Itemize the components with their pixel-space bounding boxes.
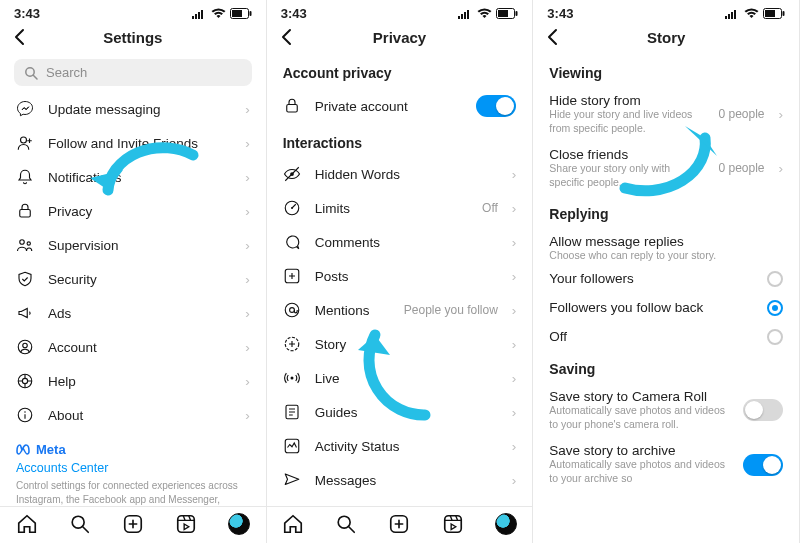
save-archive-toggle[interactable]: [743, 454, 783, 476]
avatar: [495, 513, 517, 535]
item-value: Off: [482, 201, 498, 215]
item-label: Hide story from: [549, 93, 641, 108]
privacy-item-guides[interactable]: Guides ›: [267, 395, 533, 429]
item-label: Activity Status: [315, 439, 498, 454]
settings-item-privacy[interactable]: Privacy ›: [0, 194, 266, 228]
search-input[interactable]: Search: [14, 59, 252, 86]
item-subtext: Hide your story and live videos from spe…: [549, 108, 704, 135]
tab-profile[interactable]: [228, 513, 250, 535]
chevron-right-icon: ›: [245, 374, 250, 389]
settings-item-follow-invite[interactable]: Follow and Invite Friends ›: [0, 126, 266, 160]
lock-icon: [283, 97, 301, 115]
status-time: 3:43: [281, 6, 307, 21]
battery-icon: [496, 8, 518, 19]
item-label: Messages: [315, 473, 498, 488]
tab-search[interactable]: [69, 513, 91, 535]
tab-search[interactable]: [335, 513, 357, 535]
svg-point-37: [289, 308, 294, 313]
tab-home[interactable]: [282, 513, 304, 535]
privacy-item-mentions[interactable]: Mentions People you follow ›: [267, 293, 533, 327]
item-subtext: Choose who can reply to your story.: [549, 249, 783, 263]
chevron-right-icon: ›: [245, 204, 250, 219]
header: Story: [533, 23, 799, 55]
meta-logo: Meta: [16, 442, 250, 457]
wifi-icon: [744, 8, 759, 19]
tab-reels[interactable]: [442, 513, 464, 535]
tab-create[interactable]: [388, 513, 410, 535]
svg-rect-3: [201, 10, 203, 19]
privacy-item-story[interactable]: Story ›: [267, 327, 533, 361]
chevron-right-icon: ›: [779, 107, 784, 122]
svg-point-12: [27, 242, 30, 245]
private-account-row[interactable]: Private account: [267, 87, 533, 125]
chevron-right-icon: ›: [512, 303, 517, 318]
radio-button[interactable]: [767, 329, 783, 345]
activity-icon: [283, 437, 301, 455]
settings-item-about[interactable]: About ›: [0, 398, 266, 432]
live-icon: [283, 369, 301, 387]
info-icon: [16, 406, 34, 424]
tab-home[interactable]: [16, 513, 38, 535]
option-label: Your followers: [549, 271, 753, 286]
status-bar: 3:43: [0, 0, 266, 23]
page-title: Settings: [0, 29, 266, 46]
settings-item-notifications[interactable]: Notifications ›: [0, 160, 266, 194]
reply-option-followers-you-follow[interactable]: Followers you follow back: [533, 293, 799, 322]
hide-story-row[interactable]: Hide story from Hide your story and live…: [533, 87, 799, 141]
radio-button[interactable]: [767, 271, 783, 287]
svg-line-8: [33, 75, 37, 79]
tab-profile[interactable]: [495, 513, 517, 535]
reply-option-your-followers[interactable]: Your followers: [533, 264, 799, 293]
accounts-center-link[interactable]: Accounts Center: [16, 457, 250, 475]
encryption-icon: [283, 505, 301, 506]
chevron-right-icon: ›: [245, 340, 250, 355]
shield-icon: [16, 270, 34, 288]
svg-point-39: [290, 377, 293, 380]
item-label: Ads: [48, 306, 231, 321]
save-archive-row[interactable]: Save story to archive Automatically save…: [533, 437, 799, 491]
tab-reels[interactable]: [175, 513, 197, 535]
privacy-item-posts[interactable]: Posts ›: [267, 259, 533, 293]
privacy-item-encryption[interactable]: End-to-end Encryption ›: [267, 497, 533, 506]
svg-rect-48: [728, 14, 730, 19]
svg-point-18: [24, 411, 26, 413]
privacy-item-limits[interactable]: Limits Off ›: [267, 191, 533, 225]
settings-item-ads[interactable]: Ads ›: [0, 296, 266, 330]
settings-item-help[interactable]: Help ›: [0, 364, 266, 398]
battery-icon: [230, 8, 252, 19]
meta-block: Meta Accounts Center Control settings fo…: [0, 432, 266, 506]
settings-item-update-messaging[interactable]: Update messaging ›: [0, 92, 266, 126]
settings-item-security[interactable]: Security ›: [0, 262, 266, 296]
privacy-item-messages[interactable]: Messages ›: [267, 463, 533, 497]
section-replying: Replying: [533, 196, 799, 228]
close-friends-row[interactable]: Close friends Share your story only with…: [533, 141, 799, 195]
save-camera-toggle[interactable]: [743, 399, 783, 421]
wifi-icon: [477, 8, 492, 19]
item-label: Story: [315, 337, 498, 352]
svg-rect-53: [783, 11, 785, 16]
item-label: Comments: [315, 235, 498, 250]
privacy-item-activity-status[interactable]: Activity Status ›: [267, 429, 533, 463]
private-account-toggle[interactable]: [476, 95, 516, 117]
item-label: Allow message replies: [549, 234, 683, 249]
svg-rect-6: [249, 11, 251, 16]
radio-button[interactable]: [767, 300, 783, 316]
save-camera-roll-row[interactable]: Save story to Camera Roll Automatically …: [533, 383, 799, 437]
item-label: Account: [48, 340, 231, 355]
privacy-item-hidden-words[interactable]: Hidden Words ›: [267, 157, 533, 191]
svg-rect-0: [192, 16, 194, 19]
svg-rect-1: [195, 14, 197, 19]
privacy-item-live[interactable]: Live ›: [267, 361, 533, 395]
item-label: Close friends: [549, 147, 628, 162]
item-label: Security: [48, 272, 231, 287]
chevron-right-icon: ›: [245, 102, 250, 117]
add-user-icon: [16, 134, 34, 152]
item-label: Help: [48, 374, 231, 389]
supervision-icon: [16, 236, 34, 254]
settings-item-supervision[interactable]: Supervision ›: [0, 228, 266, 262]
privacy-item-comments[interactable]: Comments ›: [267, 225, 533, 259]
settings-item-account[interactable]: Account ›: [0, 330, 266, 364]
tab-create[interactable]: [122, 513, 144, 535]
item-label: Private account: [315, 99, 463, 114]
reply-option-off[interactable]: Off: [533, 322, 799, 351]
